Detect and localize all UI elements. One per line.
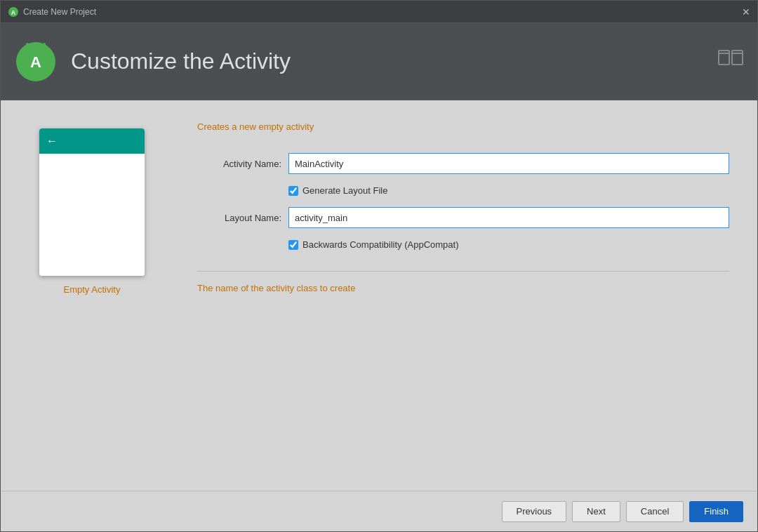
svg-point-6: [26, 43, 29, 46]
layout-name-row: Layout Name:: [197, 207, 729, 228]
cancel-button[interactable]: Cancel: [626, 501, 684, 522]
backwards-compat-row: Backwards Compatibility (AppCompat): [288, 239, 729, 250]
hint-text: The name of the activity class to create: [197, 283, 729, 293]
activity-type-label: Empty Activity: [64, 284, 121, 295]
preview-header: ←: [39, 128, 145, 154]
svg-text:A: A: [30, 53, 41, 71]
form-section: Activity Name: Generate Layout File Layo…: [197, 153, 729, 250]
svg-text:A: A: [11, 9, 16, 16]
back-arrow-icon: ←: [46, 135, 58, 147]
activity-name-row: Activity Name:: [197, 153, 729, 174]
description-text: Creates a new empty activity: [197, 121, 729, 132]
next-button[interactable]: Next: [572, 501, 620, 522]
backwards-compat-checkbox[interactable]: [288, 240, 298, 250]
page-title: Customize the Activity: [71, 48, 291, 74]
divider: [197, 271, 729, 272]
activity-name-label: Activity Name:: [197, 159, 281, 169]
svg-point-7: [43, 43, 46, 46]
title-bar: A Create New Project ✕: [1, 1, 757, 23]
preview-icon[interactable]: [718, 50, 743, 74]
svg-rect-10: [719, 53, 729, 54]
svg-rect-11: [732, 53, 743, 54]
content-area: ← Empty Activity Creates a new empty act…: [1, 100, 757, 491]
generate-layout-label[interactable]: Generate Layout File: [302, 185, 387, 196]
title-bar-left: A Create New Project: [8, 6, 96, 18]
close-button[interactable]: ✕: [742, 7, 750, 17]
activity-name-input[interactable]: [288, 153, 729, 174]
layout-name-label: Layout Name:: [197, 213, 281, 223]
activity-preview: ←: [39, 128, 145, 276]
title-bar-text: Create New Project: [23, 7, 96, 17]
footer: Previous Next Cancel Finish: [1, 491, 757, 531]
header: A Customize the Activity: [1, 23, 757, 100]
right-panel: Creates a new empty activity Activity Na…: [176, 100, 757, 491]
finish-button[interactable]: Finish: [689, 501, 743, 522]
generate-layout-row: Generate Layout File: [288, 185, 729, 196]
header-logo-icon: A: [15, 41, 57, 83]
generate-layout-checkbox[interactable]: [288, 186, 298, 196]
create-new-project-dialog: A Create New Project ✕ A Customize the A…: [0, 0, 758, 532]
preview-body: [39, 154, 145, 276]
left-panel: ← Empty Activity: [1, 100, 176, 491]
layout-name-input[interactable]: [288, 207, 729, 228]
previous-button[interactable]: Previous: [502, 501, 567, 522]
app-icon: A: [8, 6, 19, 18]
backwards-compat-label[interactable]: Backwards Compatibility (AppCompat): [302, 239, 459, 250]
